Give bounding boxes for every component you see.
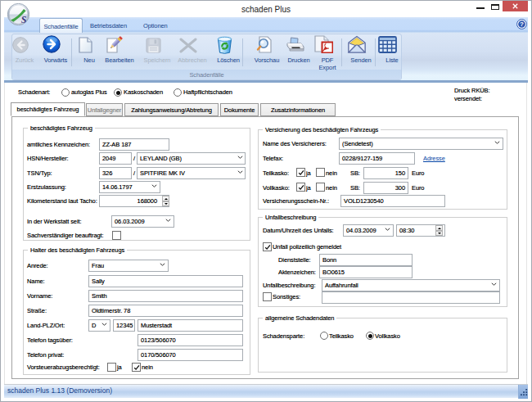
svg-text:S: S xyxy=(21,14,27,25)
svg-text:?: ? xyxy=(520,20,524,28)
